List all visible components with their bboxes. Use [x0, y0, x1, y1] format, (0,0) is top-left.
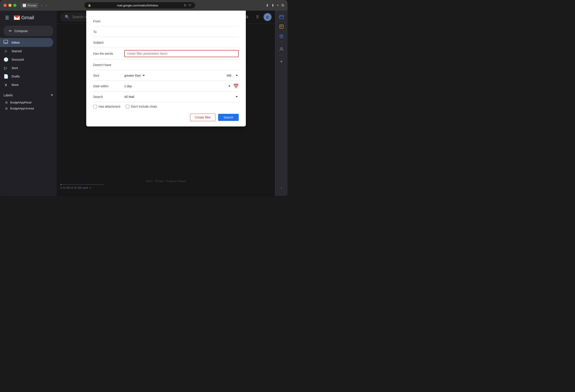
svg-rect-6 [280, 15, 284, 19]
right-sidebar: + › [275, 11, 288, 196]
reload-icon[interactable]: ↻ [184, 3, 187, 7]
new-tab-icon[interactable]: + [277, 3, 279, 7]
no-chats-label: Don't include chats [131, 105, 157, 108]
close-traffic-light[interactable] [3, 4, 7, 7]
windows-icon[interactable]: ⧉ [282, 3, 284, 7]
drafts-icon: 📄 [3, 74, 8, 79]
sidebar-item-starred[interactable]: ☆ Starred [0, 47, 53, 55]
right-calendar-icon[interactable] [277, 12, 286, 21]
sidebar-item-more[interactable]: ∨ Search More [0, 81, 53, 89]
no-chats-input[interactable] [126, 105, 129, 108]
no-chats-checkbox[interactable]: Don't include chats [126, 105, 157, 108]
has-attachment-checkbox[interactable]: Has attachment [93, 105, 120, 108]
has-attachment-label: Has attachment [99, 105, 120, 108]
add-label-button[interactable]: + [50, 93, 53, 98]
browser-chrome: ⬜ Private ‹ › 🔒 mail.google.com/mail/u/0… [0, 0, 288, 11]
gmail-title: Gmail [21, 15, 34, 21]
dialog-overlay: From To Subject Has the words [57, 11, 275, 196]
more-nav-label: More [12, 83, 19, 87]
sidebar-item-sent[interactable]: ▷ Sent [0, 64, 53, 72]
create-filter-button[interactable]: Create filter [190, 114, 216, 121]
shield-icon: 🛡 [189, 3, 192, 7]
starred-label: Starred [12, 49, 22, 53]
labels-section: Labels + BudgetAppRead BudgetAppUnread [0, 89, 57, 113]
filter-row-size: Size greater than less than MB KB bytes [93, 70, 239, 81]
right-add-button[interactable]: + [277, 57, 286, 66]
label-budget-unread-text: BudgetAppUnread [10, 107, 34, 110]
from-label: From [93, 20, 124, 23]
search-button[interactable]: Search [218, 114, 239, 121]
browser-nav: ⬜ Private ‹ › [21, 3, 48, 8]
dialog-actions: Create filter Search [93, 111, 239, 121]
tab-icon: ⬜ [23, 4, 26, 7]
svg-rect-3 [20, 16, 20, 20]
share-icon[interactable]: ⬆ [271, 3, 274, 7]
subject-label: Subject [93, 41, 124, 44]
search-select-wrapper: All Mail Inbox Starred [124, 95, 239, 99]
right-divider [279, 43, 284, 43]
to-input[interactable] [124, 29, 239, 35]
url-text: mail.google.com/mail/u/0/#inbox [93, 4, 182, 7]
filter-row-search: Search All Mail Inbox Starred [93, 91, 239, 102]
compose-label: Compose [14, 29, 28, 33]
hamburger-icon[interactable]: ☰ [3, 14, 11, 21]
size-comparator-select[interactable]: greater than less than [124, 74, 146, 77]
label-budget-read[interactable]: BudgetAppRead [3, 99, 50, 106]
size-value-input[interactable] [149, 73, 223, 78]
inbox-icon [3, 40, 8, 45]
svg-rect-4 [14, 20, 20, 20]
right-divider-2 [279, 55, 284, 55]
date-within-label: Date within [93, 84, 124, 88]
right-contacts-ring-icon[interactable] [277, 32, 286, 41]
svg-rect-10 [280, 25, 283, 28]
filter-row-has-words: Has the words [93, 48, 239, 60]
drafts-label: Drafts [12, 75, 20, 78]
filter-row-to: To [93, 27, 239, 37]
gmail-logo: Gmail [13, 14, 34, 21]
from-input[interactable] [124, 19, 239, 24]
svg-point-14 [281, 36, 282, 37]
label-budget-read-text: BudgetAppRead [10, 101, 31, 104]
doesnt-have-input[interactable] [124, 62, 239, 67]
sidebar-item-inbox[interactable]: Inbox [0, 38, 53, 47]
fullscreen-traffic-light[interactable] [13, 4, 16, 7]
has-words-input[interactable] [124, 50, 239, 57]
address-bar[interactable]: 🔒 mail.google.com/mail/u/0/#inbox ↻ 🛡 [84, 2, 195, 8]
filter-row-doesnt-have: Doesn't have [93, 60, 239, 70]
search-field-label: Search [93, 95, 124, 99]
right-contacts-icon[interactable] [277, 44, 286, 53]
date-within-select[interactable]: 1 day 3 days 1 week [124, 84, 231, 88]
subject-input[interactable] [124, 40, 239, 45]
forward-button[interactable]: › [45, 3, 48, 8]
sidebar-item-drafts[interactable]: 📄 Drafts [0, 72, 53, 81]
labels-title: Labels [3, 93, 13, 97]
labels-header: Labels + [3, 93, 53, 98]
size-controls: greater than less than MB KB bytes [124, 73, 239, 78]
size-unit-select[interactable]: MB KB bytes [227, 74, 239, 77]
calendar-icon[interactable]: 📅 [233, 84, 239, 89]
lock-icon: 🔒 [88, 4, 91, 7]
compose-icon: ✏ [9, 29, 12, 33]
right-expand-button[interactable]: › [277, 184, 286, 193]
back-button[interactable]: ‹ [40, 3, 43, 8]
doesnt-have-label: Doesn't have [93, 63, 124, 67]
main-content: 🔍 Search mail ? ⚙ ⠿ C From To [57, 11, 275, 196]
svg-point-16 [281, 47, 282, 49]
sent-icon: ▷ [3, 65, 8, 70]
has-attachment-input[interactable] [93, 105, 97, 108]
traffic-lights [3, 4, 16, 7]
filter-dialog: From To Subject Has the words [86, 11, 246, 127]
download-icon[interactable]: ⬇ [266, 3, 269, 7]
svg-rect-2 [14, 16, 14, 20]
star-icon: ☆ [3, 49, 8, 54]
search-location-select[interactable]: All Mail Inbox Starred [124, 95, 239, 99]
minimize-traffic-light[interactable] [8, 4, 12, 7]
label-budget-unread[interactable]: BudgetAppUnread [3, 106, 50, 111]
sidebar-item-snoozed[interactable]: 🕐 Snoozed [0, 55, 53, 64]
label-dot-2 [5, 108, 7, 110]
app-container: ☰ Gmail ✏ Compose [0, 11, 288, 196]
clock-icon: 🕐 [3, 57, 8, 62]
compose-button[interactable]: ✏ Compose [3, 26, 53, 36]
filter-row-date: Date within 1 day 3 days 1 week 📅 [93, 81, 239, 91]
right-tasks-icon[interactable] [277, 22, 286, 31]
